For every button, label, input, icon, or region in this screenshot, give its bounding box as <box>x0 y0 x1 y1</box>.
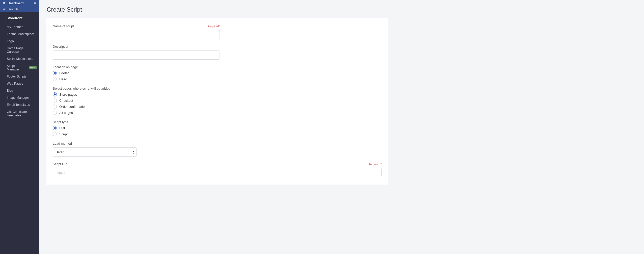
collapse-sidebar-icon[interactable] <box>33 1 37 5</box>
sidebar: Dashboard Search Storefront My Themes Th… <box>0 0 39 254</box>
required-indicator: Required* <box>369 163 382 166</box>
sidebar-item-blog[interactable]: Blog <box>0 87 39 94</box>
name-label: Name of script <box>53 24 74 28</box>
location-option-head[interactable]: Head <box>53 77 382 81</box>
radio-label: Footer <box>59 71 69 75</box>
radio-icon <box>53 105 57 109</box>
field-name: Name of script Required* <box>53 24 220 39</box>
load-method-label: Load method <box>53 142 72 145</box>
field-description: Description <box>53 45 220 60</box>
sidebar-item-web-pages[interactable]: Web Pages <box>0 80 39 87</box>
sidebar-nav: My Themes Theme Marketplace Logo Home Pa… <box>0 22 39 120</box>
sidebar-item-logo[interactable]: Logo <box>0 38 39 45</box>
required-indicator: Required* <box>207 25 220 28</box>
script-url-label: Script URL <box>53 162 69 166</box>
sidebar-item-footer-scripts[interactable]: Footer Scripts <box>0 73 39 80</box>
sidebar-dashboard-link[interactable]: Dashboard <box>0 0 39 6</box>
location-label: Location on page <box>53 65 78 69</box>
sidebar-item-gift-certificate-templates[interactable]: Gift Certificate Templates <box>0 108 39 119</box>
sidebar-section-header[interactable]: Storefront <box>0 12 39 22</box>
script-type-option-script[interactable]: Script <box>53 132 382 136</box>
field-load-method: Load method Defer ▲▼ <box>53 142 382 157</box>
sidebar-item-script-manager[interactable]: Script Manager NEW <box>0 62 39 73</box>
sidebar-item-my-themes[interactable]: My Themes <box>0 23 39 31</box>
radio-label: Head <box>59 77 67 81</box>
load-method-value: Defer <box>56 150 64 154</box>
sidebar-dashboard-label: Dashboard <box>8 1 24 5</box>
field-script-url: Script URL Required* <box>53 162 382 177</box>
pages-option-all[interactable]: All pages <box>53 111 382 115</box>
radio-icon <box>53 132 57 136</box>
page-title: Create Script <box>47 6 637 13</box>
search-icon <box>3 7 6 11</box>
radio-icon <box>53 111 57 115</box>
home-icon <box>3 1 6 5</box>
chevron-left-icon <box>3 17 5 19</box>
radio-label: Script <box>59 132 68 136</box>
radio-icon <box>53 126 57 130</box>
radio-icon <box>53 92 57 96</box>
pages-option-store[interactable]: Store pages <box>53 92 382 96</box>
radio-icon <box>53 71 57 75</box>
script-type-option-url[interactable]: URL <box>53 126 382 130</box>
description-input[interactable] <box>53 50 220 60</box>
sidebar-item-social-media-links[interactable]: Social Media Links <box>0 55 39 62</box>
name-input[interactable] <box>53 30 220 39</box>
radio-label: All pages <box>59 111 73 115</box>
form-card: Name of script Required* Description Loc… <box>46 18 388 185</box>
location-option-footer[interactable]: Footer <box>53 71 382 75</box>
load-method-select[interactable]: Defer <box>53 147 137 157</box>
radio-label: Checkout <box>59 99 73 103</box>
main-content: Create Script Name of script Required* D… <box>39 0 644 254</box>
pages-label: Select pages where script will be added <box>53 87 110 90</box>
sidebar-item-image-manager[interactable]: Image Manager <box>0 94 39 101</box>
radio-icon <box>53 77 57 81</box>
radio-label: Store pages <box>59 93 77 96</box>
sidebar-search-label: Search <box>8 7 18 11</box>
sidebar-item-theme-marketplace[interactable]: Theme Marketplace <box>0 31 39 38</box>
radio-label: URL <box>59 126 66 130</box>
sidebar-section-title: Storefront <box>7 16 22 20</box>
script-url-input[interactable] <box>53 168 382 177</box>
field-location: Location on page Footer Head <box>53 65 382 81</box>
script-type-label: Script type <box>53 120 68 124</box>
pages-option-checkout[interactable]: Checkout <box>53 98 382 103</box>
field-script-type: Script type URL Script <box>53 120 382 136</box>
field-pages: Select pages where script will be added … <box>53 87 382 115</box>
sidebar-item-email-templates[interactable]: Email Templates <box>0 101 39 108</box>
sidebar-search[interactable]: Search <box>0 6 39 12</box>
pages-option-order-confirmation[interactable]: Order confirmation <box>53 105 382 109</box>
radio-label: Order confirmation <box>59 105 87 109</box>
new-badge: NEW <box>29 66 37 69</box>
radio-icon <box>53 98 57 103</box>
description-label: Description <box>53 45 69 48</box>
sidebar-item-home-page-carousel[interactable]: Home Page Carousel <box>0 45 39 55</box>
